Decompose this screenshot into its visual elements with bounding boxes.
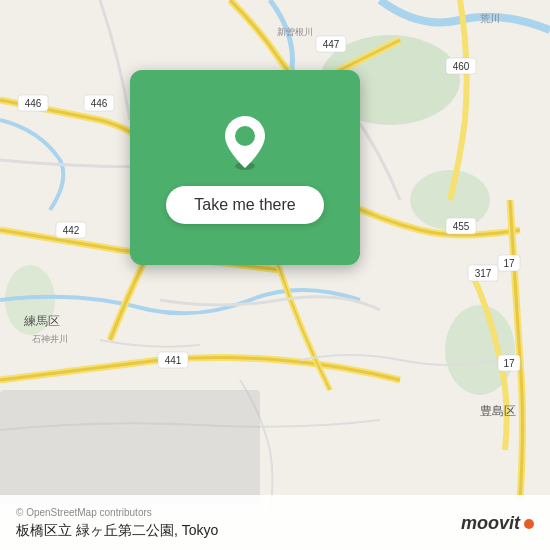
svg-text:442: 442: [63, 225, 80, 236]
moovit-brand-text: moovit: [461, 513, 520, 534]
bottom-left-info: © OpenStreetMap contributors 板橋区立 緑ヶ丘第二公…: [16, 507, 218, 540]
take-me-there-button[interactable]: Take me there: [166, 186, 323, 224]
map-attribution: © OpenStreetMap contributors: [16, 507, 218, 518]
map-pin-icon: [219, 112, 271, 174]
place-name: 板橋区立 緑ヶ丘第二公園, Tokyo: [16, 522, 218, 540]
moovit-dot-icon: [524, 519, 534, 529]
svg-text:455: 455: [453, 221, 470, 232]
svg-text:460: 460: [453, 61, 470, 72]
svg-text:豊島区: 豊島区: [480, 404, 516, 418]
svg-text:練馬区: 練馬区: [23, 314, 60, 328]
svg-text:17: 17: [503, 358, 515, 369]
destination-card: Take me there: [130, 70, 360, 265]
svg-text:447: 447: [323, 39, 340, 50]
svg-text:石神井川: 石神井川: [32, 334, 68, 344]
svg-rect-30: [0, 390, 260, 505]
svg-text:446: 446: [25, 98, 42, 109]
svg-text:441: 441: [165, 355, 182, 366]
svg-text:新曽根川: 新曽根川: [277, 27, 313, 37]
svg-text:317: 317: [475, 268, 492, 279]
svg-text:17: 17: [503, 258, 515, 269]
svg-text:446: 446: [91, 98, 108, 109]
svg-point-32: [235, 126, 255, 146]
svg-text:荒川: 荒川: [480, 13, 500, 24]
map-container: 447 446 446 442 441 455 460 17 17 317 練馬…: [0, 0, 550, 550]
bottom-bar: © OpenStreetMap contributors 板橋区立 緑ヶ丘第二公…: [0, 495, 550, 550]
moovit-logo: moovit: [461, 513, 534, 534]
